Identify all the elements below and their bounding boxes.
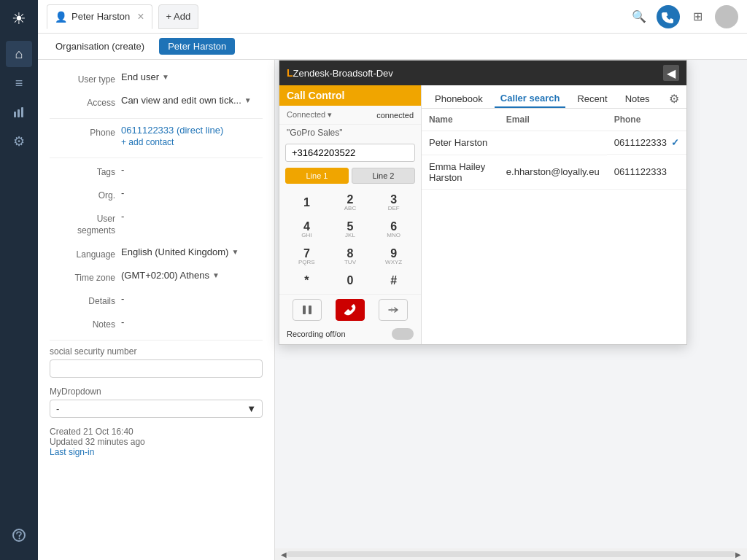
- access-label: Access: [50, 95, 115, 108]
- phone-number-input[interactable]: [285, 144, 415, 162]
- tab-close-button[interactable]: ×: [137, 10, 144, 23]
- key-6[interactable]: 6MNO: [372, 217, 415, 243]
- sub-tab-peter-harston[interactable]: Peter Harston: [159, 38, 235, 55]
- svg-rect-0: [14, 112, 16, 117]
- user-avatar[interactable]: [715, 5, 738, 28]
- topbar-right: 🔍 ⊞: [627, 5, 738, 28]
- tab-phonebook[interactable]: Phonebook: [429, 90, 489, 107]
- key-4[interactable]: 4GHI: [285, 217, 328, 243]
- line-1-button[interactable]: Line 1: [285, 168, 349, 184]
- details-value: -: [121, 293, 263, 304]
- key-2[interactable]: 2ABC: [329, 190, 372, 216]
- key-8[interactable]: 8TUV: [329, 244, 372, 270]
- recording-toggle[interactable]: [392, 328, 414, 340]
- tab-peter-harston[interactable]: 👤 Peter Harston ×: [47, 4, 152, 29]
- phone-button[interactable]: [657, 5, 680, 28]
- my-dropdown-arrow: ▼: [247, 403, 256, 414]
- scroll-right-button[interactable]: ▶: [735, 551, 741, 559]
- user-segments-value: -: [121, 211, 263, 222]
- phone-row: Phone 0611122333 (direct line) + add con…: [50, 125, 263, 147]
- sidebar-item-support[interactable]: [6, 522, 32, 548]
- tags-label: Tags: [50, 164, 115, 177]
- hold-button[interactable]: [293, 299, 322, 321]
- language-value[interactable]: English (United Kingdom) ▼: [121, 246, 263, 257]
- row-phone: 0611122333 ✓: [607, 131, 686, 155]
- search-button[interactable]: 🔍: [627, 5, 651, 28]
- access-value[interactable]: Can view and edit own tick... ▼: [121, 95, 263, 106]
- caller-name: "GoPro Sales": [279, 125, 421, 141]
- key-1[interactable]: 1: [285, 190, 328, 216]
- tab-caller-search[interactable]: Caller search: [495, 90, 566, 108]
- dialpad-status: Connected ▾ connected: [279, 106, 421, 125]
- phone-link[interactable]: 0611122333 (direct line): [121, 125, 223, 136]
- tab-add-label: + Add: [166, 11, 191, 22]
- key-9[interactable]: 9WXYZ: [372, 244, 415, 270]
- tab-user-icon: 👤: [55, 11, 67, 23]
- tab-notes[interactable]: Notes: [619, 90, 656, 107]
- access-row: Access Can view and edit own tick... ▼: [50, 95, 263, 108]
- sub-tab-organisation[interactable]: Organisation (create): [47, 38, 153, 55]
- my-dropdown-label: MyDropdown: [50, 386, 263, 397]
- user-type-label: User type: [50, 71, 115, 85]
- timezone-label: Time zone: [50, 270, 115, 283]
- notes-label: Notes: [50, 316, 115, 330]
- line-2-button[interactable]: Line 2: [352, 168, 415, 184]
- timezone-value[interactable]: (GMT+02:00) Athens ▼: [121, 270, 263, 281]
- key-star[interactable]: *: [285, 271, 328, 291]
- tab-add[interactable]: + Add: [158, 4, 199, 29]
- sidebar-item-home[interactable]: ⌂: [6, 41, 32, 67]
- widget-logo: L: [287, 67, 293, 79]
- user-form: User type End user ▼ Access Can view and…: [38, 60, 275, 560]
- svg-rect-5: [303, 306, 306, 314]
- row-email: [499, 131, 607, 155]
- phonebook-panel: Phonebook Caller search Recent Notes ⚙ N…: [422, 85, 686, 344]
- widget-title: Zendesk-Broadsoft-Dev: [293, 68, 393, 79]
- last-signin-link[interactable]: Last sign-in: [50, 447, 263, 457]
- sidebar-item-reports[interactable]: [6, 99, 32, 125]
- scroll-track[interactable]: [287, 551, 735, 557]
- key-7[interactable]: 7PQRS: [285, 244, 328, 270]
- row-name: Peter Harston: [422, 131, 499, 155]
- user-type-value[interactable]: End user ▼: [121, 71, 263, 82]
- key-3[interactable]: 3DEF: [372, 190, 415, 216]
- language-row: Language English (United Kingdom) ▼: [50, 246, 263, 260]
- meta-info: Created 21 Oct 16:40 Updated 32 minutes …: [50, 427, 263, 457]
- org-label: Org.: [50, 187, 115, 201]
- grid-button[interactable]: ⊞: [686, 5, 709, 28]
- user-type-row: User type End user ▼: [50, 71, 263, 85]
- hangup-button[interactable]: [336, 299, 365, 321]
- widget-header: L Zendesk-Broadsoft-Dev ◀: [279, 61, 686, 85]
- user-type-arrow: ▼: [162, 73, 169, 81]
- scroll-left-button[interactable]: ◀: [281, 551, 287, 559]
- key-hash[interactable]: #: [372, 271, 415, 291]
- horizontal-scrollbar[interactable]: ◀ ▶: [275, 548, 747, 560]
- recording-row: Recording off/on: [279, 325, 421, 344]
- sidebar-item-views[interactable]: ≡: [6, 70, 32, 96]
- tab-recent[interactable]: Recent: [571, 90, 613, 107]
- tab-label: Peter Harston: [71, 11, 130, 22]
- table-row[interactable]: Emma Hailey Harston e.hharston@loyally.e…: [422, 155, 686, 189]
- key-5[interactable]: 5JKL: [329, 217, 372, 243]
- col-phone: Phone: [607, 109, 686, 131]
- phonebook-settings-button[interactable]: ⚙: [669, 92, 679, 106]
- key-0[interactable]: 0: [329, 271, 372, 291]
- svg-rect-1: [18, 109, 20, 117]
- dialpad-title: Call Control: [287, 90, 344, 101]
- notes-value: -: [121, 316, 263, 327]
- add-contact-link[interactable]: + add contact: [121, 137, 263, 147]
- table-row[interactable]: Peter Harston 0611122333 ✓: [422, 131, 686, 155]
- my-dropdown[interactable]: - ▼: [50, 400, 263, 418]
- line-buttons: Line 1 Line 2: [279, 165, 421, 187]
- widget-minimize-button[interactable]: ◀: [663, 65, 679, 81]
- sidebar-item-settings[interactable]: ⚙: [6, 128, 32, 155]
- dialpad: Call Control Connected ▾ connected "GoPr…: [279, 85, 422, 344]
- social-security-label: social security number: [50, 346, 263, 357]
- updated-time: Updated 32 minutes ago: [50, 437, 263, 447]
- transfer-button[interactable]: [379, 299, 408, 321]
- status-connected-label: Connected ▾: [287, 110, 332, 120]
- phone-label: Phone: [50, 125, 115, 138]
- topbar: 👤 Peter Harston × + Add 🔍 ⊞: [38, 0, 747, 34]
- caller-search-table: Name Email Phone Peter Harston: [422, 109, 686, 190]
- social-security-input[interactable]: [50, 359, 263, 378]
- phone-value: 0611122333 (direct line) + add contact: [121, 125, 263, 147]
